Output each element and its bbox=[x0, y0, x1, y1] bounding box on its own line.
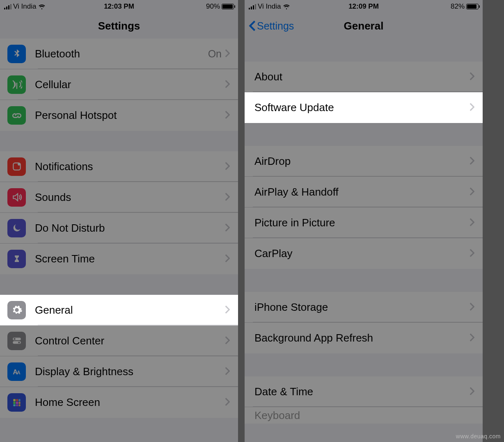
back-label: Settings bbox=[257, 20, 294, 32]
svg-rect-14 bbox=[13, 404, 15, 406]
chevron-right-icon bbox=[225, 222, 230, 235]
battery-icon bbox=[222, 4, 234, 9]
chevron-right-icon bbox=[225, 304, 230, 317]
antenna-icon bbox=[7, 75, 26, 94]
chevron-right-icon bbox=[470, 301, 474, 314]
row-cellular[interactable]: Cellular bbox=[0, 69, 238, 100]
speaker-icon bbox=[7, 188, 26, 207]
chevron-left-icon bbox=[249, 20, 256, 32]
chevron-right-icon bbox=[470, 385, 474, 398]
general-group-storage: iPhone Storage Background App Refresh bbox=[245, 292, 483, 353]
svg-point-1 bbox=[18, 163, 20, 166]
row-label: Software Update bbox=[254, 101, 470, 114]
svg-text:A: A bbox=[17, 370, 21, 376]
chevron-right-icon bbox=[470, 101, 474, 114]
settings-group-connectivity: Bluetooth On Cellular Personal Hotspot bbox=[0, 39, 238, 131]
svg-rect-15 bbox=[16, 404, 18, 406]
chevron-right-icon bbox=[470, 155, 474, 168]
group-gap bbox=[0, 131, 238, 151]
group-gap bbox=[0, 274, 238, 295]
svg-point-5 bbox=[18, 342, 20, 343]
toggles-icon bbox=[7, 332, 26, 350]
chevron-right-icon bbox=[225, 109, 230, 122]
chevron-right-icon bbox=[225, 48, 230, 60]
settings-screen: Vi India 12:03 PM 90% Settings Bluetooth… bbox=[0, 0, 238, 442]
row-label: AirPlay & Handoff bbox=[254, 186, 470, 198]
nav-bar: Settings bbox=[0, 13, 238, 39]
row-label: Keyboard bbox=[254, 409, 474, 422]
watermark: www.deuaq.com bbox=[456, 433, 501, 440]
row-display[interactable]: AA Display & Brightness bbox=[0, 356, 238, 387]
row-label: General bbox=[35, 304, 225, 317]
chevron-right-icon bbox=[470, 247, 474, 260]
group-gap bbox=[245, 269, 483, 292]
row-bluetooth[interactable]: Bluetooth On bbox=[0, 39, 238, 69]
chevron-right-icon bbox=[225, 160, 230, 173]
svg-rect-13 bbox=[18, 401, 20, 403]
row-label: About bbox=[254, 71, 470, 83]
svg-rect-8 bbox=[13, 399, 15, 401]
hourglass-icon bbox=[7, 250, 26, 268]
settings-group-alerts: Notifications Sounds Do Not Disturb bbox=[0, 151, 238, 274]
notifications-icon bbox=[7, 157, 26, 176]
group-gap bbox=[245, 39, 483, 62]
row-datetime[interactable]: Date & Time bbox=[245, 376, 483, 407]
chevron-right-icon bbox=[470, 186, 474, 198]
chevron-right-icon bbox=[225, 253, 230, 265]
chevron-right-icon bbox=[225, 78, 230, 91]
row-notifications[interactable]: Notifications bbox=[0, 151, 238, 182]
row-label: Cellular bbox=[35, 78, 225, 91]
row-storage[interactable]: iPhone Storage bbox=[245, 292, 483, 323]
group-gap bbox=[245, 353, 483, 376]
chevron-right-icon bbox=[470, 71, 474, 83]
row-sounds[interactable]: Sounds bbox=[0, 182, 238, 213]
row-about[interactable]: About bbox=[245, 62, 483, 92]
row-label: Sounds bbox=[35, 191, 225, 204]
row-dnd[interactable]: Do Not Disturb bbox=[0, 213, 238, 244]
grid-icon bbox=[7, 393, 26, 412]
row-label: AirDrop bbox=[254, 155, 470, 168]
row-keyboard[interactable]: Keyboard bbox=[245, 407, 483, 424]
back-button[interactable]: Settings bbox=[249, 20, 294, 32]
link-icon bbox=[7, 106, 26, 125]
row-label: Screen Time bbox=[35, 253, 225, 265]
chevron-right-icon bbox=[470, 332, 474, 344]
row-screentime[interactable]: Screen Time bbox=[0, 244, 238, 274]
row-airplay[interactable]: AirPlay & Handoff bbox=[245, 177, 483, 207]
settings-group-system: General Control Center AA Display & Brig… bbox=[0, 295, 238, 418]
status-bar: Vi India 12:09 PM 82% bbox=[245, 0, 483, 13]
row-controlcenter[interactable]: Control Center bbox=[0, 326, 238, 356]
row-general[interactable]: General bbox=[0, 295, 238, 326]
chevron-right-icon bbox=[225, 335, 230, 347]
svg-rect-11 bbox=[13, 401, 15, 403]
row-label: Bluetooth bbox=[35, 48, 208, 60]
svg-rect-16 bbox=[18, 404, 20, 406]
svg-rect-12 bbox=[16, 401, 18, 403]
general-screen: Vi India 12:09 PM 82% Settings General A… bbox=[245, 0, 483, 442]
page-title: Settings bbox=[0, 20, 238, 32]
textsize-icon: AA bbox=[7, 362, 26, 381]
row-homescreen[interactable]: Home Screen bbox=[0, 387, 238, 418]
chevron-right-icon bbox=[225, 396, 230, 409]
row-bgrefresh[interactable]: Background App Refresh bbox=[245, 323, 483, 353]
row-label: Do Not Disturb bbox=[35, 222, 225, 235]
row-label: Notifications bbox=[35, 160, 225, 173]
chevron-right-icon bbox=[225, 191, 230, 204]
battery-icon bbox=[466, 4, 479, 9]
svg-point-3 bbox=[14, 338, 15, 340]
clock: 12:09 PM bbox=[245, 2, 483, 11]
row-label: Home Screen bbox=[35, 396, 225, 409]
row-pip[interactable]: Picture in Picture bbox=[245, 207, 483, 238]
svg-rect-9 bbox=[16, 399, 18, 401]
row-label: Background App Refresh bbox=[254, 332, 470, 344]
chevron-right-icon bbox=[225, 365, 230, 378]
row-hotspot[interactable]: Personal Hotspot bbox=[0, 100, 238, 131]
moon-icon bbox=[7, 219, 26, 237]
row-carplay[interactable]: CarPlay bbox=[245, 238, 483, 269]
row-label: iPhone Storage bbox=[254, 301, 470, 314]
row-label: CarPlay bbox=[254, 247, 470, 260]
row-software-update[interactable]: Software Update bbox=[245, 92, 483, 123]
row-label: Control Center bbox=[35, 335, 225, 347]
row-airdrop[interactable]: AirDrop bbox=[245, 146, 483, 177]
row-value: On bbox=[208, 48, 222, 60]
